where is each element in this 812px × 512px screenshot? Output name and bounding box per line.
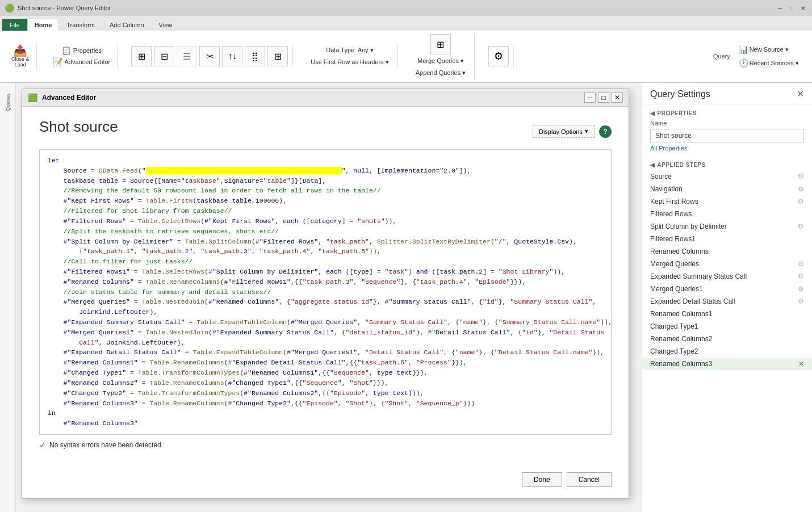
step-name: Filtered Rows: [650, 210, 692, 218]
step-item[interactable]: Filtered Rows1: [642, 233, 812, 245]
step-item[interactable]: Renamed Columns3✕: [642, 358, 812, 370]
query-settings-panel: Query Settings ✕ ◀ PROPERTIES Name All P…: [642, 83, 812, 512]
step-gear-icon[interactable]: ⚙: [798, 185, 804, 193]
step-item[interactable]: Expanded Detail Status Call⚙: [642, 295, 812, 308]
qs-header: Query Settings ✕: [642, 83, 812, 104]
qs-properties-title: ◀ PROPERTIES: [650, 110, 804, 116]
remove-rows-btn[interactable]: ✂: [199, 46, 220, 66]
split-column-btn[interactable]: ⣿: [245, 46, 265, 66]
title-bar: 🟢 Shot source - Power Query Editor ─ □ ✕: [0, 0, 812, 16]
triangle-icon: ◀: [650, 110, 655, 116]
advanced-editor-btn[interactable]: 📝 Advanced Editor: [51, 57, 113, 67]
keep-rows-icon: ☰: [183, 51, 191, 62]
maximize-btn[interactable]: □: [787, 3, 796, 12]
advanced-editor-icon: 📝: [53, 57, 62, 66]
modal-title-controls: ─ □ ✕: [584, 93, 623, 103]
step-item[interactable]: Source⚙: [642, 170, 812, 183]
step-gear-icon[interactable]: ⚙: [798, 173, 804, 181]
step-item[interactable]: Merged Queries⚙: [642, 258, 812, 270]
step-gear-icon[interactable]: ⚙: [798, 297, 804, 305]
step-name: Renamed Columns1: [650, 310, 712, 318]
display-options-btn[interactable]: Display Options ▾: [533, 125, 595, 138]
step-gear-icon[interactable]: ⚙: [798, 285, 804, 293]
sort-asc-icon: ↑↓: [228, 51, 237, 61]
tab-home[interactable]: Home: [27, 19, 60, 31]
modal-toolbar: Shot source Display Options ▾ ?: [39, 118, 612, 145]
tab-add-column[interactable]: Add Column: [102, 19, 152, 31]
properties-btn[interactable]: 📋 Properties: [59, 45, 104, 56]
step-item[interactable]: Expanded Summary Status Call⚙: [642, 270, 812, 283]
cancel-btn[interactable]: Cancel: [567, 472, 612, 487]
remove-columns-icon: ⊟: [161, 51, 168, 62]
use-first-row-btn[interactable]: Use First Row as Headers ▾: [307, 57, 392, 68]
step-item[interactable]: Filtered Rows: [642, 208, 812, 220]
merge-icon: ⊞: [437, 39, 444, 50]
ribbon-group-manage: ⊞ ⊟ ☰ ✂ ↑↓ ⣿ ⊞: [127, 45, 293, 68]
step-name: Kept First Rows: [650, 198, 698, 205]
data-type-btn[interactable]: Data Type: Any ▾: [322, 45, 377, 56]
remove-rows-icon: ✂: [206, 51, 214, 62]
settings-btn[interactable]: ⚙: [488, 46, 509, 66]
tab-transform[interactable]: Transform: [59, 19, 102, 31]
step-name: Filtered Rows1: [650, 235, 696, 243]
merge-icon-btn[interactable]: ⊞: [430, 34, 451, 54]
group-by-btn[interactable]: ⊞: [267, 46, 288, 66]
ribbon-group-datatype: Data Type: Any ▾ Use First Row as Header…: [302, 44, 397, 69]
merge-queries-btn[interactable]: Merge Queries ▾: [413, 56, 468, 66]
qs-name-input[interactable]: [650, 129, 804, 142]
done-btn[interactable]: Done: [522, 472, 562, 487]
step-name: Split Column by Delimiter: [650, 223, 727, 230]
step-name: Renamed Columns2: [650, 335, 712, 343]
remove-columns-btn[interactable]: ⊟: [154, 46, 174, 66]
close-load-btn[interactable]: 📤 Close &Load: [9, 44, 32, 69]
modal-excel-icon: 🟩: [28, 93, 37, 102]
step-gear-icon[interactable]: ⚙: [798, 198, 804, 205]
step-item[interactable]: Merged Queries1⚙: [642, 283, 812, 295]
step-item[interactable]: Changed Type2: [642, 345, 812, 358]
step-delete-icon[interactable]: ✕: [798, 360, 804, 368]
applied-steps-header: ◀ APPLIED STEPS: [642, 157, 812, 170]
step-item[interactable]: Split Column by Delimiter⚙: [642, 220, 812, 233]
step-gear-icon[interactable]: ⚙: [798, 223, 804, 230]
step-gear-icon[interactable]: ⚙: [798, 260, 804, 268]
step-item[interactable]: Renamed Columns1: [642, 308, 812, 320]
minimize-btn[interactable]: ─: [776, 3, 785, 12]
recent-sources-btn[interactable]: 🕐 Recent Sources ▾: [735, 57, 803, 69]
close-btn[interactable]: ✕: [798, 3, 807, 12]
choose-columns-btn[interactable]: ⊞: [131, 46, 152, 66]
help-btn[interactable]: ?: [599, 125, 612, 138]
modal-close-btn[interactable]: ✕: [612, 93, 623, 103]
query-label: Query: [713, 53, 730, 60]
qs-all-properties-link[interactable]: All Properties: [650, 145, 804, 152]
qs-title: Query Settings: [650, 89, 710, 99]
sidebar-item-queries[interactable]: Queries: [1, 85, 15, 119]
sort-asc-btn[interactable]: ↑↓: [222, 46, 242, 66]
qs-close-btn[interactable]: ✕: [797, 89, 804, 99]
step-name: Expanded Summary Status Call: [650, 272, 747, 280]
step-name: Changed Type2: [650, 347, 698, 355]
modal-titlebar: 🟩 Advanced Editor ─ □ ✕: [22, 89, 629, 107]
new-source-btn[interactable]: 📊 New Source ▾: [735, 43, 803, 56]
step-item[interactable]: Kept First Rows⚙: [642, 195, 812, 208]
title-bar-text: Shot source - Power Query Editor: [18, 5, 111, 11]
keep-rows-btn[interactable]: ☰: [177, 46, 197, 66]
properties-icon: 📋: [61, 46, 71, 55]
merge-queries-label: Merge Queries ▾: [417, 57, 464, 65]
data-type-label: Data Type: Any ▾: [326, 47, 373, 54]
use-first-row-label: Use First Row as Headers ▾: [311, 58, 388, 66]
append-queries-btn[interactable]: Append Queries ▾: [412, 68, 470, 78]
step-name: Expanded Detail Status Call: [650, 297, 735, 305]
tab-file[interactable]: File: [2, 19, 27, 31]
ribbon-group-settings: ⚙: [484, 45, 514, 68]
step-item[interactable]: Navigation⚙: [642, 183, 812, 195]
step-item[interactable]: Renamed Columns2: [642, 333, 812, 345]
tab-view[interactable]: View: [152, 19, 180, 31]
step-item[interactable]: Renamed Columns: [642, 245, 812, 258]
step-gear-icon[interactable]: ⚙: [798, 272, 804, 280]
modal-footer: Done Cancel: [22, 468, 629, 498]
modal-maximize-btn[interactable]: □: [598, 93, 609, 103]
modal-minimize-btn[interactable]: ─: [584, 93, 596, 103]
step-item[interactable]: Changed Type1: [642, 320, 812, 333]
new-source-icon: 📊: [739, 45, 748, 54]
code-editor[interactable]: let Source = OData.Feed(" ", null, [Impl…: [39, 149, 612, 435]
